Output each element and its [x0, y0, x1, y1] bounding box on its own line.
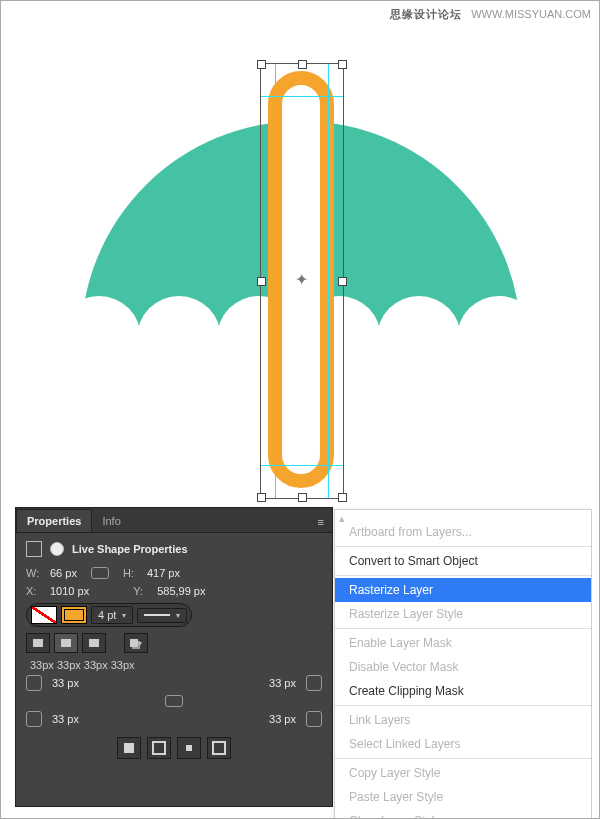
smart-guide-horizontal	[261, 465, 343, 466]
fill-stroke-group: 4 pt ▾ ▾	[26, 603, 192, 627]
corner-tl-icon	[26, 675, 42, 691]
live-shape-icon	[26, 541, 42, 557]
stroke-align-inside[interactable]	[26, 633, 50, 653]
menu-convert-smart-object[interactable]: Convert to Smart Object	[335, 549, 591, 573]
menu-link-layers[interactable]: Link Layers	[335, 708, 591, 732]
height-field[interactable]: 417 px	[147, 567, 180, 579]
height-label: H:	[123, 567, 141, 579]
layer-context-menu: ▴ Artboard from Layers... Convert to Sma…	[334, 509, 592, 819]
transform-handle[interactable]	[298, 493, 307, 502]
panel-tabs: Properties Info ≡	[16, 508, 332, 533]
menu-disable-vector-mask[interactable]: Disable Vector Mask	[335, 655, 591, 679]
smart-guide-horizontal	[261, 96, 343, 97]
y-field[interactable]: 585,99 px	[157, 585, 205, 597]
transform-handle[interactable]	[257, 277, 266, 286]
stroke-align-center[interactable]	[54, 633, 78, 653]
transform-center-icon[interactable]: ✦	[295, 274, 307, 286]
corner-br-icon	[306, 711, 322, 727]
corner-bl-icon	[26, 711, 42, 727]
transform-handle[interactable]	[338, 60, 347, 69]
tab-info[interactable]: Info	[92, 510, 130, 532]
corner-tl-field[interactable]: 33 px	[52, 677, 79, 689]
transform-handle[interactable]	[338, 493, 347, 502]
stroke-width-value: 4 pt	[98, 609, 116, 621]
menu-copy-layer-style[interactable]: Copy Layer Style	[335, 761, 591, 785]
properties-panel: Properties Info ≡ Live Shape Properties …	[15, 507, 333, 807]
fill-swatch[interactable]	[31, 606, 57, 624]
stroke-swatch[interactable]	[61, 606, 87, 624]
corner-br-field[interactable]: 33 px	[269, 713, 296, 725]
stroke-align-outside[interactable]	[82, 633, 106, 653]
pathfinder-unite[interactable]	[117, 737, 141, 759]
transform-handle[interactable]	[298, 60, 307, 69]
mask-thumb-icon	[50, 542, 64, 556]
pathfinder-exclude[interactable]	[207, 737, 231, 759]
stroke-style-dropdown[interactable]: ▾	[137, 608, 187, 623]
transform-handle[interactable]	[257, 60, 266, 69]
panel-menu-icon[interactable]: ≡	[310, 512, 332, 532]
path-ops-dropdown[interactable]: ▾	[124, 633, 148, 653]
menu-rasterize-layer-style[interactable]: Rasterize Layer Style	[335, 602, 591, 626]
menu-select-linked-layers[interactable]: Select Linked Layers	[335, 732, 591, 756]
menu-separator	[335, 628, 591, 629]
pathfinder-row	[26, 737, 322, 759]
pathfinder-subtract[interactable]	[147, 737, 171, 759]
menu-enable-layer-mask[interactable]: Enable Layer Mask	[335, 631, 591, 655]
stroke-width-dropdown[interactable]: 4 pt ▾	[91, 606, 133, 624]
link-wh-icon[interactable]	[91, 567, 109, 579]
corner-bl-field[interactable]: 33 px	[52, 713, 79, 725]
menu-artboard-from-layers[interactable]: Artboard from Layers...	[335, 520, 591, 544]
menu-clear-layer-style[interactable]: Clear Layer Style	[335, 809, 591, 819]
transform-bounding-box[interactable]: ✦	[260, 63, 344, 499]
x-label: X:	[26, 585, 44, 597]
panel-title: Live Shape Properties	[72, 543, 188, 555]
stroke-preview-icon	[144, 614, 170, 616]
document-canvas[interactable]: ✦	[1, 1, 600, 491]
smart-guide-vertical	[275, 64, 276, 498]
y-label: Y:	[133, 585, 151, 597]
selected-shape-group[interactable]: ✦	[246, 63, 356, 501]
menu-rasterize-layer[interactable]: Rasterize Layer	[335, 578, 591, 602]
chevron-down-icon: ▾	[176, 611, 180, 620]
x-field[interactable]: 1010 px	[50, 585, 89, 597]
menu-separator	[335, 546, 591, 547]
menu-separator	[335, 758, 591, 759]
pathfinder-intersect[interactable]	[177, 737, 201, 759]
stroke-align-row: ▾	[26, 633, 322, 653]
menu-paste-layer-style[interactable]: Paste Layer Style	[335, 785, 591, 809]
width-field[interactable]: 66 px	[50, 567, 77, 579]
smart-guide-vertical	[328, 64, 329, 498]
tab-properties[interactable]: Properties	[16, 509, 92, 532]
corner-summary: 33px 33px 33px 33px	[30, 659, 322, 671]
width-label: W:	[26, 567, 44, 579]
transform-handle[interactable]	[257, 493, 266, 502]
menu-separator	[335, 575, 591, 576]
menu-scroll-up-icon[interactable]: ▴	[339, 512, 345, 525]
chevron-down-icon: ▾	[138, 639, 142, 648]
menu-create-clipping-mask[interactable]: Create Clipping Mask	[335, 679, 591, 703]
corner-tr-icon	[306, 675, 322, 691]
screenshot-root: 思缘设计论坛 WWW.MISSYUAN.COM	[0, 0, 600, 819]
link-corners-icon[interactable]	[165, 695, 183, 707]
corner-tr-field[interactable]: 33 px	[269, 677, 296, 689]
transform-handle[interactable]	[338, 277, 347, 286]
chevron-down-icon: ▾	[122, 611, 126, 620]
menu-separator	[335, 705, 591, 706]
